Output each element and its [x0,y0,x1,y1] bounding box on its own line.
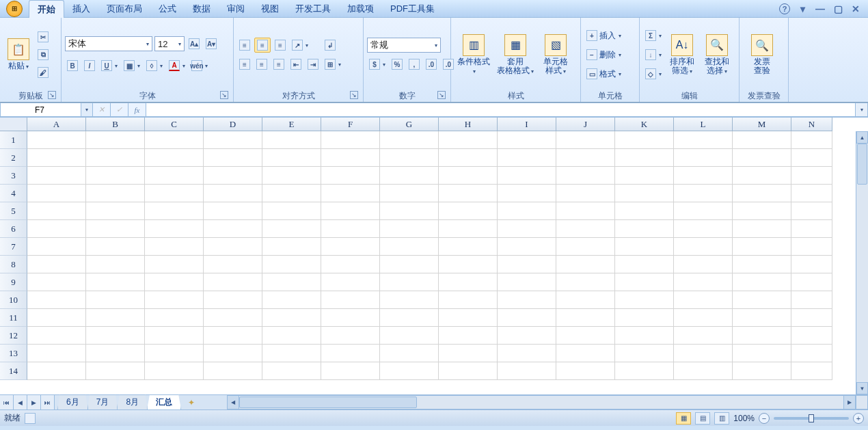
cell[interactable] [321,149,380,167]
tab-开发工具[interactable]: 开发工具 [287,0,339,18]
cell[interactable] [615,238,674,256]
conditional-formatting-button[interactable]: ▥ 条件格式 [455,20,493,90]
clear-button[interactable]: ◇ [643,66,664,81]
number-format-combo[interactable]: 常规▾ [367,38,441,53]
cell[interactable] [733,362,791,380]
cell[interactable] [556,238,615,256]
scroll-up-button[interactable]: ▲ [856,131,868,144]
tab-视图[interactable]: 视图 [253,0,287,18]
cell[interactable] [380,185,439,202]
merge-button[interactable]: ⊞ [323,57,343,72]
alignment-launcher[interactable]: ↘ [350,91,358,99]
cell[interactable] [733,256,791,273]
cell[interactable] [556,185,615,202]
cell[interactable] [145,185,204,202]
cell[interactable] [615,131,674,149]
cell[interactable] [556,256,615,273]
cell[interactable] [321,220,380,238]
cell[interactable] [439,291,498,309]
cell[interactable] [615,327,674,345]
cell[interactable] [791,291,832,309]
cell[interactable] [145,131,204,149]
cut-button[interactable]: ✂ [36,29,51,44]
delete-cells-button[interactable]: −删除 [584,47,623,62]
cell[interactable] [733,131,791,149]
cell[interactable] [262,202,321,220]
fill-color-button[interactable]: ◊ [144,58,165,73]
cell[interactable] [262,149,321,167]
cell[interactable] [733,273,791,291]
cell[interactable] [262,167,321,185]
column-header-I[interactable]: I [498,118,556,131]
cell[interactable] [791,256,832,273]
bold-button[interactable]: B [65,58,80,73]
cell[interactable] [791,185,832,202]
row-header-2[interactable]: 2 [0,149,27,167]
cell[interactable] [204,362,262,380]
cell[interactable] [86,345,145,362]
formula-enter-button[interactable]: ✓ [111,103,128,117]
tab-PDF工具集[interactable]: PDF工具集 [382,0,443,18]
autosum-button[interactable]: Σ [643,28,664,43]
copy-button[interactable]: ⧉ [36,47,51,62]
cell[interactable] [145,362,204,380]
cell[interactable] [674,291,733,309]
format-as-table-button[interactable]: ▦ 套用表格格式 [495,20,536,90]
window-minimize-icon[interactable]: — [815,3,826,14]
cell[interactable] [27,291,86,309]
cell[interactable] [321,362,380,380]
row-header-5[interactable]: 5 [0,202,27,220]
cell[interactable] [439,273,498,291]
column-header-L[interactable]: L [674,118,733,131]
column-header-B[interactable]: B [86,118,145,131]
invoice-check-button[interactable]: 🔍 发票查验 [743,20,781,90]
cell[interactable] [791,309,832,327]
scroll-left-button[interactable]: ◀ [227,395,239,409]
cell[interactable] [674,238,733,256]
view-page-layout-button[interactable]: ▤ [695,412,710,425]
cell[interactable] [86,167,145,185]
cell[interactable] [321,345,380,362]
cell[interactable] [674,327,733,345]
cell[interactable] [498,220,556,238]
cell[interactable] [556,149,615,167]
pinyin-button[interactable]: wén [189,58,210,73]
cell[interactable] [498,238,556,256]
insert-function-button[interactable]: fx [128,103,146,117]
cell[interactable] [439,362,498,380]
cell[interactable] [498,273,556,291]
cell[interactable] [262,238,321,256]
sheet-tab-6月[interactable]: 6月 [57,394,88,409]
column-header-D[interactable]: D [204,118,262,131]
cell[interactable] [27,345,86,362]
italic-button[interactable]: I [82,58,97,73]
accounting-button[interactable]: $ [367,57,388,72]
align-bottom-button[interactable]: ≡ [273,38,288,53]
cell[interactable] [145,167,204,185]
cell[interactable] [321,273,380,291]
cell[interactable] [145,327,204,345]
cell[interactable] [262,291,321,309]
cell[interactable] [380,309,439,327]
cell[interactable] [791,345,832,362]
cell[interactable] [27,309,86,327]
cell[interactable] [262,131,321,149]
cell[interactable] [86,202,145,220]
paste-button[interactable]: 📋 粘贴 [3,20,33,90]
cell[interactable] [321,202,380,220]
column-header-H[interactable]: H [439,118,498,131]
column-header-C[interactable]: C [145,118,204,131]
column-header-K[interactable]: K [615,118,674,131]
cell[interactable] [615,273,674,291]
align-right-button[interactable]: ≡ [271,57,286,72]
format-painter-button[interactable]: 🖌 [36,65,51,80]
cell[interactable] [145,309,204,327]
cell[interactable] [262,220,321,238]
cell[interactable] [674,167,733,185]
cell[interactable] [439,256,498,273]
tab-审阅[interactable]: 审阅 [219,0,253,18]
formula-input[interactable] [146,103,856,117]
wrap-text-button[interactable]: ↲ [323,38,338,53]
align-top-button[interactable]: ≡ [237,38,252,53]
cell[interactable] [204,185,262,202]
